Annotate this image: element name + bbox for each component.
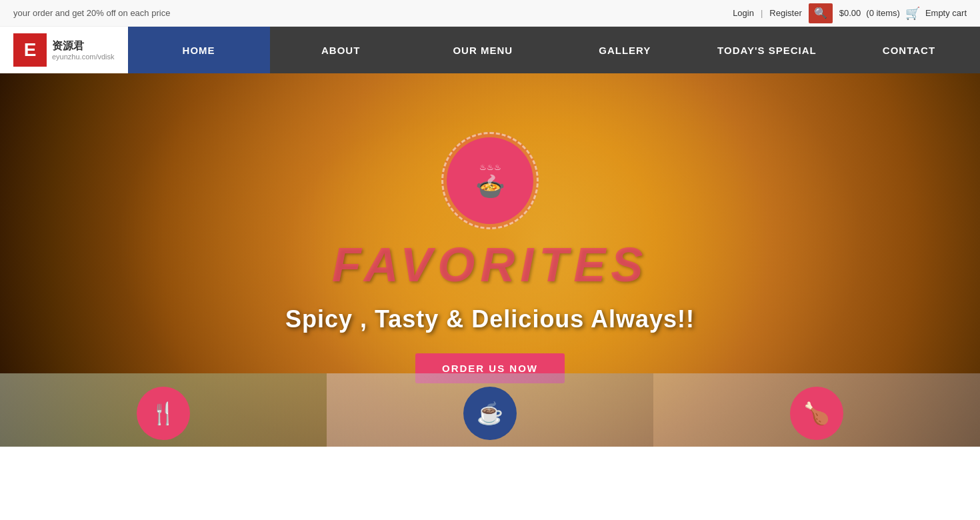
logo-area[interactable]: E 资源君 eyunzhu.com/vdisk: [0, 33, 128, 67]
hero-title: FAVORITES: [332, 237, 649, 292]
divider: |: [761, 8, 763, 18]
bottom-card-2-icon: ☕: [463, 387, 517, 440]
logo-icon: E: [13, 33, 47, 67]
bottom-cards: 🍴 ☕ 🍗: [0, 373, 980, 447]
cart-amount: $0.00: [839, 8, 861, 18]
register-link[interactable]: Register: [769, 8, 801, 18]
top-bar-left: your order and get 20% off on each price: [13, 8, 170, 18]
bottom-card-3-icon: 🍗: [790, 387, 843, 440]
cart-items: (0 items): [866, 8, 900, 18]
bottom-card-1-icon: 🍴: [137, 387, 190, 440]
logo-url: eyunzhu.com/vdisk: [52, 53, 115, 61]
hero-badge: ♨♨♨ 🍲: [447, 137, 533, 224]
nav-item-about[interactable]: ABOUT: [270, 27, 412, 73]
top-bar-right: Login | Register 🔍 $0.00 (0 items) 🛒 Emp…: [733, 3, 967, 23]
promo-text: your order and get 20% off on each price: [13, 8, 170, 18]
bottom-card-2[interactable]: ☕: [327, 373, 653, 447]
search-button[interactable]: 🔍: [809, 3, 833, 23]
nav-item-today-special[interactable]: TODAY'S SPECIAL: [696, 27, 838, 73]
bottom-card-3[interactable]: 🍗: [653, 373, 980, 447]
nav-item-contact[interactable]: CONTACT: [838, 27, 980, 73]
login-link[interactable]: Login: [733, 8, 754, 18]
nav-item-gallery[interactable]: GALLERY: [554, 27, 696, 73]
header: E 资源君 eyunzhu.com/vdisk HOME ABOUT OUR M…: [0, 27, 980, 73]
hero-section: ♨♨♨ 🍲 FAVORITES Spicy , Tasty & Deliciou…: [0, 73, 980, 447]
bottom-card-1[interactable]: 🍴: [0, 373, 327, 447]
top-bar: your order and get 20% off on each price…: [0, 0, 980, 27]
nav-item-home[interactable]: HOME: [128, 27, 270, 73]
hero-subtitle: Spicy , Tasty & Delicious Always!!: [285, 305, 695, 333]
cart-icon: 🛒: [905, 6, 920, 21]
empty-cart-button[interactable]: Empty cart: [925, 8, 967, 18]
cart-area[interactable]: $0.00 (0 items) 🛒 Empty cart: [839, 6, 967, 21]
badge-steam: ♨♨♨: [479, 163, 501, 172]
logo-text: 资源君 eyunzhu.com/vdisk: [52, 39, 115, 60]
search-icon: 🔍: [814, 7, 827, 19]
logo-name-cn: 资源君: [52, 39, 115, 52]
nav-item-our-menu[interactable]: OUR MENU: [412, 27, 554, 73]
main-nav: HOME ABOUT OUR MENU GALLERY TODAY'S SPEC…: [128, 27, 980, 73]
pot-icon: 🍲: [475, 175, 505, 199]
